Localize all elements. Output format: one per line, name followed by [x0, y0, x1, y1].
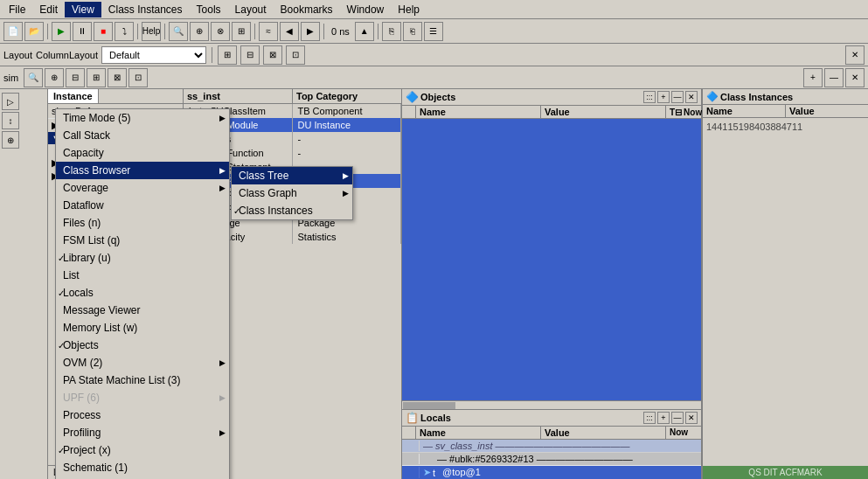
loc-close-btn[interactable]: ✕: [685, 412, 698, 424]
loc-min-btn[interactable]: —: [671, 412, 684, 424]
tab-instance[interactable]: Instance: [48, 89, 99, 103]
menu-dataflow[interactable]: Dataflow: [56, 197, 229, 214]
ci-cell-1-2: DU Instance: [293, 118, 402, 132]
watermark: QS DIT ACFMARK: [703, 466, 868, 479]
sb-icon-3[interactable]: ⊕: [2, 131, 19, 149]
step-btn[interactable]: ⤵: [115, 22, 134, 41]
menu-coverage[interactable]: Coverage: [56, 179, 229, 197]
menu-bookmarks[interactable]: Bookmarks: [274, 2, 340, 17]
menu-ovm[interactable]: OVM (2): [56, 354, 229, 371]
t2-btn2[interactable]: ⊕: [45, 68, 64, 87]
t2-x[interactable]: ✕: [845, 68, 865, 87]
obj-close-btn[interactable]: ✕: [685, 91, 698, 103]
view-menu-dropdown[interactable]: Time Mode (5) Call Stack Capacity Class …: [55, 108, 230, 479]
menu-time-mode[interactable]: Time Mode (5): [56, 109, 229, 127]
files-label: Files (n): [63, 217, 101, 229]
ci-cell-3-2: -: [293, 146, 402, 160]
menu-list[interactable]: List: [56, 267, 229, 284]
wave-btn[interactable]: ≈: [259, 22, 278, 41]
menu-view[interactable]: View: [65, 2, 101, 17]
stop-btn[interactable]: ■: [94, 22, 113, 41]
layout-bar: Layout ColumnLayout Default ⊞ ⊟ ⊠ ⊡ ✕: [0, 44, 868, 66]
open-btn[interactable]: 📂: [24, 22, 44, 41]
menu-objects[interactable]: Objects: [56, 337, 229, 354]
menu-layout[interactable]: Layout: [228, 2, 274, 17]
library-label: Library (u): [63, 252, 111, 264]
objects-scrollbar-h[interactable]: [402, 400, 701, 409]
tool-c[interactable]: ⊞: [232, 22, 251, 41]
menu-files[interactable]: Files (n): [56, 214, 229, 232]
ci-right-content: 144115198403884711: [703, 118, 868, 466]
loc-col-filter: [402, 427, 416, 439]
sb-icon-2[interactable]: ↕: [2, 112, 19, 129]
time-up[interactable]: ▲: [355, 22, 374, 41]
obj-pin-btn[interactable]: :::: [643, 91, 656, 103]
menu-locals[interactable]: Locals: [56, 284, 229, 302]
menu-pa-state[interactable]: PA State Machine List (3): [56, 371, 229, 389]
arrow-r[interactable]: ▶: [301, 22, 320, 41]
locals-value-row[interactable]: ➤ t @top@1: [402, 466, 701, 479]
obj-add-btn[interactable]: +: [657, 91, 670, 103]
menu-project[interactable]: Project (x): [56, 441, 229, 459]
menu-capacity[interactable]: Capacity: [56, 144, 229, 162]
sb-icon-1[interactable]: ▷: [2, 93, 19, 110]
pause-btn[interactable]: ⏸: [73, 22, 92, 41]
t2-close[interactable]: +: [803, 68, 823, 87]
obj-min-btn[interactable]: —: [671, 91, 684, 103]
menu-help[interactable]: Help: [391, 2, 427, 17]
ovm-label: OVM (2): [63, 357, 102, 369]
menu-edit[interactable]: Edit: [32, 2, 65, 17]
loc-add-btn[interactable]: +: [657, 412, 670, 424]
paste-btn[interactable]: ⎗: [403, 22, 422, 41]
menu-window[interactable]: Window: [340, 2, 392, 17]
menu-schematic[interactable]: Schematic (1): [56, 459, 229, 476]
layout-btn-1[interactable]: ⊞: [218, 45, 237, 65]
layout-select[interactable]: Default: [101, 46, 206, 64]
run-btn[interactable]: ▶: [52, 22, 71, 41]
loc-pin-btn[interactable]: :::: [643, 412, 656, 424]
menu-class-instances[interactable]: Class Instances: [101, 2, 190, 17]
tool-b[interactable]: ⊗: [211, 22, 230, 41]
tool-a[interactable]: ⊕: [190, 22, 209, 41]
objects-content: [402, 119, 701, 400]
layout-btn-3[interactable]: ⊠: [263, 45, 282, 65]
zoom-in-btn[interactable]: 🔍: [169, 22, 188, 41]
menu-file[interactable]: File: [2, 2, 32, 17]
arrow-l[interactable]: ◀: [280, 22, 299, 41]
list-btn[interactable]: ☰: [424, 22, 443, 41]
menu-call-stack[interactable]: Call Stack: [56, 127, 229, 144]
objects-col-header: Name Value T⊟Now▶: [402, 106, 701, 119]
menu-class-browser[interactable]: Class Browser: [56, 162, 229, 179]
t2-btn5[interactable]: ⊠: [108, 68, 127, 87]
objects-panel-header: 🔷 Objects ::: + — ✕: [402, 89, 701, 106]
locals-label: Locals: [63, 287, 94, 299]
layout-label: Layout: [3, 50, 32, 60]
objects-title: Objects: [420, 92, 642, 102]
coverage-label: Coverage: [63, 182, 108, 194]
help-btn[interactable]: Help: [142, 22, 161, 41]
layout-btn-4[interactable]: ⊡: [286, 45, 305, 65]
copy-btn[interactable]: ⎘: [382, 22, 401, 41]
t2-btn3[interactable]: ⊟: [66, 68, 85, 87]
layout-close[interactable]: ✕: [845, 45, 865, 65]
layout-btn-2[interactable]: ⊟: [240, 45, 260, 65]
t2-btn1[interactable]: 🔍: [24, 68, 43, 87]
menu-tools[interactable]: Tools: [190, 2, 228, 17]
loc-col-value: Value: [541, 427, 666, 439]
menu-profiling[interactable]: Profiling: [56, 424, 229, 441]
menu-library[interactable]: Library (u): [56, 249, 229, 267]
new-btn[interactable]: 📄: [3, 22, 23, 41]
menu-memory-list[interactable]: Memory List (w): [56, 319, 229, 337]
upf-label: UPF (6): [63, 392, 100, 404]
t2-btn6[interactable]: ⊡: [128, 68, 148, 87]
obj-col-name: Name: [416, 106, 541, 118]
project-label: Project (x): [63, 444, 111, 456]
t2-min[interactable]: —: [824, 68, 844, 87]
menu-fsm[interactable]: FSM List (q): [56, 232, 229, 249]
menu-upf[interactable]: UPF (6): [56, 389, 229, 406]
menu-process[interactable]: Process: [56, 406, 229, 424]
locals-section-header: — sv_class_inst ——————————————: [402, 440, 701, 453]
t2-btn4[interactable]: ⊞: [87, 68, 106, 87]
menu-message-viewer[interactable]: Message Viewer: [56, 302, 229, 319]
locals-panel: 📋 Locals ::: + — ✕ Name Value Now — sv_c…: [402, 409, 701, 479]
